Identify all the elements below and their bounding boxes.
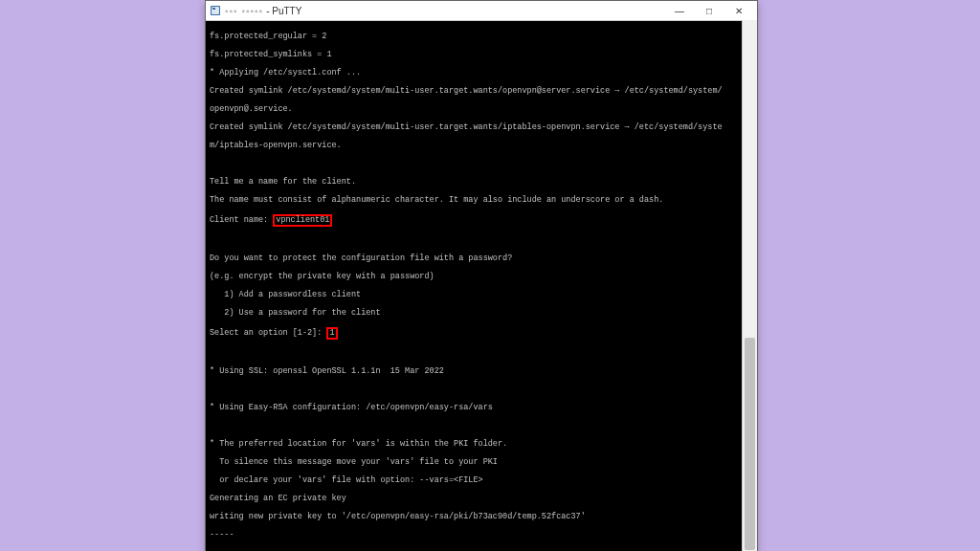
maximize-button[interactable]: □ (694, 2, 724, 19)
scrollbar-thumb[interactable] (745, 338, 755, 550)
term-line: ----- (210, 531, 753, 540)
term-line: * The preferred location for 'vars' is w… (210, 440, 753, 450)
client-name-highlight: vpnclient01 (273, 214, 332, 228)
term-line: The name must consist of alphanumeric ch… (210, 196, 753, 206)
term-line: writing new private key to '/etc/openvpn… (210, 513, 753, 522)
term-line: or declare your 'vars' file with option:… (210, 476, 753, 486)
term-line: * Using SSL: openssl OpenSSL 1.1.1n 15 M… (210, 367, 753, 377)
term-line: Created symlink /etc/systemd/system/mult… (210, 87, 753, 97)
term-line: Do you want to protect the configuration… (210, 254, 753, 264)
app-icon (210, 5, 221, 16)
titlebar-title: ▪▪▪ ▪▪▪▪▪ - PuTTY (225, 6, 664, 16)
term-line: fs.protected_regular = 2 (210, 33, 753, 42)
scrollbar[interactable] (742, 20, 757, 551)
term-line (210, 236, 753, 246)
term-line: (e.g. encrypt the private key with a pas… (210, 273, 753, 282)
svg-rect-2 (212, 8, 215, 10)
putty-window: ▪▪▪ ▪▪▪▪▪ - PuTTY — □ ✕ fs.protected_reg… (205, 0, 758, 551)
term-line: 2) Use a password for the client (210, 309, 753, 319)
minimize-button[interactable]: — (664, 2, 694, 19)
close-button[interactable]: ✕ (724, 2, 753, 19)
term-line: To silence this message move your 'vars'… (210, 458, 753, 468)
term-line: * Applying /etc/sysctl.conf ... (210, 69, 753, 78)
term-line: openvpn@.service. (210, 105, 753, 115)
titlebar[interactable]: ▪▪▪ ▪▪▪▪▪ - PuTTY — □ ✕ (206, 1, 757, 21)
term-line (210, 386, 753, 395)
term-line: Client name: vpnclient01 (210, 214, 753, 228)
term-line: 1) Add a passwordless client (210, 291, 753, 300)
term-line: * Using Easy-RSA configuration: /etc/ope… (210, 404, 753, 413)
option-highlight: 1 (326, 327, 337, 341)
term-line (210, 349, 753, 359)
term-line: Select an option [1-2]: 1 (210, 327, 753, 341)
term-line: Generating an EC private key (210, 495, 753, 504)
terminal-output[interactable]: fs.protected_regular = 2 fs.protected_sy… (206, 21, 757, 551)
term-line (210, 422, 753, 431)
term-line: m/iptables-openvpn.service. (210, 142, 753, 151)
term-line (210, 160, 753, 169)
term-line: Tell me a name for the client. (210, 178, 753, 187)
term-line: Created symlink /etc/systemd/system/mult… (210, 123, 753, 133)
term-line: fs.protected_symlinks = 1 (210, 51, 753, 60)
